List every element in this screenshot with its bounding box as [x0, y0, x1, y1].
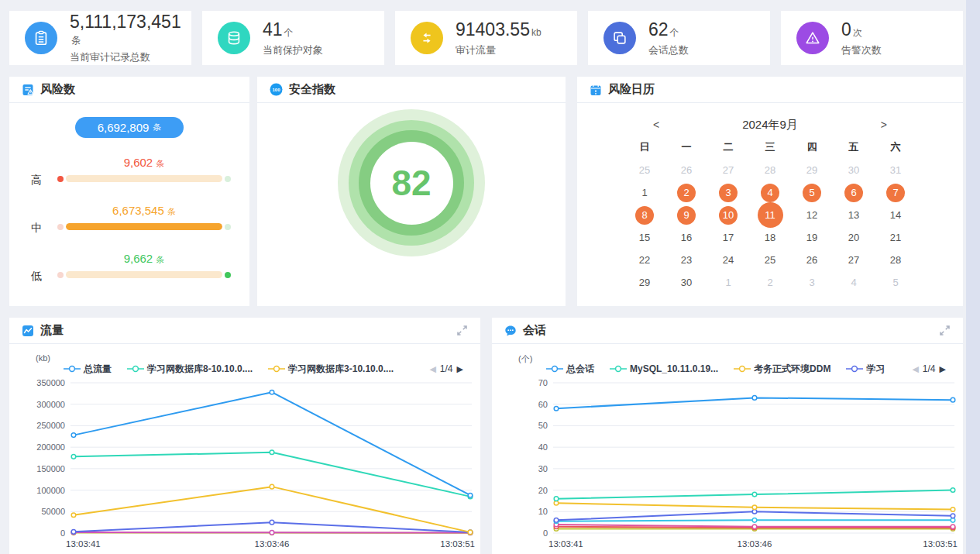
calendar-day-cell[interactable]: 1 [707, 271, 749, 294]
panel-title: 风险数 [40, 82, 75, 97]
calendar-day-cell[interactable]: 25 [749, 249, 791, 271]
panel-title: 会话 [523, 323, 546, 338]
calendar-day-cell[interactable]: 4 [749, 181, 791, 204]
calendar-day-cell[interactable]: 20 [833, 226, 875, 249]
dashboard: 5,111,173,451条 当前审计记录总数 41个 当前保护对象 91403… [0, 0, 980, 554]
calendar-day-cell[interactable]: 28 [749, 159, 791, 181]
calendar-day-cell[interactable]: 21 [875, 226, 916, 249]
series-line [74, 392, 470, 495]
calendar-day-cell[interactable]: 5 [875, 271, 916, 294]
risk-rows: 9,602 条高6,673,545 条中9,662 条低 [9, 150, 249, 294]
risk-level-label: 中 [31, 222, 42, 236]
risk-count-panel: 风险数 6,692,809 条 9,602 条高6,673,545 条中9,66… [9, 77, 249, 306]
stat-label: 告警次数 [841, 43, 882, 57]
calendar-day-cell[interactable]: 30 [665, 271, 707, 294]
calendar-day-cell[interactable]: 3 [707, 181, 749, 204]
calendar-day-cell[interactable]: 7 [875, 181, 916, 204]
stat-body: 0次 告警次数 [841, 19, 882, 57]
bar-right-cap [225, 224, 231, 230]
legend-marker-icon [610, 365, 627, 373]
series-point [71, 530, 76, 535]
expand-icon[interactable] [456, 325, 468, 336]
legend-marker-icon [846, 365, 863, 373]
calendar-day-cell[interactable]: 29 [624, 271, 665, 294]
calendar-day-cell[interactable]: 26 [665, 159, 707, 181]
risk-bar [57, 271, 231, 278]
calendar-day-cell[interactable]: 13 [833, 204, 875, 226]
calendar-weekday: 二 [707, 136, 749, 159]
calendar-day-cell[interactable]: 27 [833, 249, 875, 271]
stat-value: 91403.55 [456, 19, 530, 40]
bar-right-cap [225, 272, 231, 278]
legend-marker-icon [64, 365, 81, 373]
calendar-day-cell[interactable]: 2 [665, 181, 707, 204]
calendar-day-cell[interactable]: 3 [791, 271, 833, 294]
y-axis-tick: 50 [538, 421, 548, 430]
calendar-day-cell[interactable]: 8 [624, 204, 665, 226]
series-point [951, 514, 955, 518]
calendar-day-cell[interactable]: 22 [624, 249, 665, 271]
calendar-day-cell[interactable]: 26 [791, 249, 833, 271]
series-point [951, 508, 955, 512]
calendar-day-cell[interactable]: 2 [749, 271, 791, 294]
calendar-day-cell[interactable]: 24 [707, 249, 749, 271]
calendar-day-cell[interactable]: 19 [791, 226, 833, 249]
legend-page-label: 1/4 [440, 363, 453, 374]
series-point [951, 397, 955, 402]
series-point [554, 501, 559, 505]
series-point [752, 505, 757, 510]
page-scrollbar[interactable] [966, 0, 980, 554]
calendar-day-cell[interactable]: 23 [665, 249, 707, 271]
traffic-line-chart: 3500003000002500002000001500001000005000… [15, 373, 476, 553]
panel-title: 安全指数 [289, 82, 335, 97]
calendar-day-cell[interactable]: 31 [875, 159, 916, 181]
risk-value: 9,602 条 [57, 150, 231, 170]
calendar-day-cell[interactable]: 27 [707, 159, 749, 181]
y-axis-tick: 150000 [36, 464, 65, 473]
risk-doc-icon [22, 84, 34, 96]
legend-prev-icon[interactable]: ◀ [912, 364, 918, 374]
calendar-day-cell[interactable]: 12 [791, 204, 833, 226]
series-line [74, 487, 470, 532]
calendar-day-cell[interactable]: 10 [707, 204, 749, 226]
legend-next-icon[interactable]: ▶ [940, 364, 946, 374]
expand-icon[interactable] [939, 325, 951, 336]
calendar-day-cell[interactable]: 18 [749, 226, 791, 249]
stat-label: 会话总数 [648, 43, 689, 57]
calendar-weekday: 三 [749, 136, 791, 159]
stat-body: 41个 当前保护对象 [263, 19, 323, 57]
calendar-prev-button[interactable]: < [653, 119, 659, 131]
calendar-day-cell[interactable]: 25 [624, 159, 665, 181]
legend-item[interactable]: MySQL_10.11.0.19... [610, 363, 718, 374]
calendar-day-cell[interactable]: 29 [791, 159, 833, 181]
stat-value: 5,111,173,451 [70, 12, 181, 32]
calendar-day-cell[interactable]: 5 [791, 181, 833, 204]
legend-next-icon[interactable]: ▶ [457, 364, 463, 374]
series-point [270, 390, 274, 394]
risk-value: 9,662 条 [57, 246, 231, 266]
calendar-weekday: 五 [833, 136, 875, 159]
calendar-day-cell[interactable]: 11 [749, 204, 791, 226]
security-score-value: 82 [391, 162, 431, 204]
transfer-icon [411, 22, 443, 54]
calendar-weekday: 四 [791, 136, 833, 159]
panel-header: 风险数 [9, 77, 249, 103]
calendar-day-cell[interactable]: 17 [707, 226, 749, 249]
stat-unit: 条 [71, 35, 81, 46]
calendar-day-cell[interactable]: 30 [833, 159, 875, 181]
calendar-day-cell[interactable]: 4 [833, 271, 875, 294]
calendar-day-cell[interactable]: 1 [624, 181, 665, 204]
y-axis-tick: 50000 [41, 507, 65, 516]
calendar-next-button[interactable]: > [881, 119, 887, 131]
calendar-day-cell[interactable]: 9 [665, 204, 707, 226]
calendar-day-cell[interactable]: 15 [624, 226, 665, 249]
legend-prev-icon[interactable]: ◀ [429, 364, 435, 374]
y-axis-tick: 350000 [36, 378, 65, 387]
calendar-day-cell[interactable]: 28 [875, 249, 916, 271]
series-point [554, 518, 559, 523]
calendar-day-cell[interactable]: 6 [833, 181, 875, 204]
panel-header: 100 安全指数 [257, 77, 566, 103]
calendar-day-cell[interactable]: 14 [875, 204, 916, 226]
series-point [468, 530, 473, 535]
calendar-day-cell[interactable]: 16 [665, 226, 707, 249]
